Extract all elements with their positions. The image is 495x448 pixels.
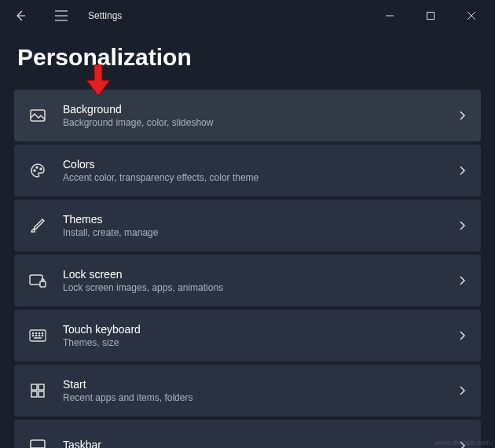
svg-rect-27 [31, 440, 45, 448]
svg-rect-23 [31, 384, 37, 390]
window-controls [372, 3, 489, 28]
maximize-button[interactable] [413, 3, 448, 28]
item-title: Taskbar [63, 439, 442, 448]
back-button[interactable] [6, 2, 35, 30]
svg-point-18 [32, 335, 33, 336]
svg-rect-25 [31, 391, 37, 397]
keyboard-icon [28, 326, 47, 345]
chevron-right-icon [457, 221, 467, 230]
svg-point-14 [32, 332, 33, 333]
item-subtitle: Install, create, manage [63, 227, 442, 238]
setting-item-colors[interactable]: Colors Accent color, transparency effect… [14, 145, 481, 196]
svg-point-19 [35, 335, 36, 336]
item-text: Touch keyboard Themes, size [63, 323, 442, 348]
menu-button[interactable] [47, 2, 75, 30]
item-title: Touch keyboard [63, 323, 442, 336]
svg-rect-26 [38, 391, 44, 397]
app-title: Settings [88, 10, 122, 21]
setting-item-background[interactable]: Background Background image, color, slid… [14, 90, 481, 141]
brush-icon [28, 216, 47, 235]
item-title: Lock screen [63, 268, 442, 281]
svg-point-16 [38, 332, 39, 333]
setting-item-lockscreen[interactable]: Lock screen Lock screen images, apps, an… [14, 255, 481, 307]
chevron-right-icon [457, 166, 467, 175]
svg-rect-24 [38, 384, 44, 390]
hamburger-icon [55, 10, 68, 21]
setting-item-taskbar[interactable]: Taskbar [14, 420, 481, 448]
maximize-icon [427, 12, 434, 20]
svg-point-17 [42, 332, 42, 333]
chevron-right-icon [457, 331, 467, 340]
svg-point-21 [42, 335, 42, 336]
item-title: Colors [63, 158, 442, 171]
item-text: Taskbar [63, 439, 442, 448]
close-button[interactable] [454, 3, 489, 28]
svg-point-15 [35, 332, 36, 333]
svg-rect-12 [40, 281, 46, 287]
item-subtitle: Background image, color, slideshow [63, 117, 442, 128]
chevron-right-icon [457, 386, 467, 395]
back-arrow-icon [14, 9, 27, 22]
item-subtitle: Accent color, transparency effects, colo… [63, 172, 442, 183]
palette-icon [28, 161, 47, 180]
chevron-right-icon [457, 276, 467, 285]
taskbar-icon [28, 436, 47, 448]
item-text: Background Background image, color, slid… [63, 103, 442, 128]
close-icon [468, 12, 475, 20]
setting-item-touchkeyboard[interactable]: Touch keyboard Themes, size [14, 310, 481, 362]
item-title: Start [63, 378, 442, 391]
lockscreen-icon [28, 271, 47, 290]
item-text: Colors Accent color, transparency effect… [63, 158, 442, 183]
item-text: Lock screen Lock screen images, apps, an… [63, 268, 442, 293]
svg-rect-4 [427, 13, 434, 20]
settings-list: Background Background image, color, slid… [0, 90, 495, 448]
svg-point-9 [36, 167, 38, 168]
item-subtitle: Recent apps and items, folders [63, 392, 442, 403]
start-icon [28, 381, 47, 400]
annotation-arrow [86, 64, 110, 99]
watermark: www.deuapk.com [434, 439, 490, 446]
item-title: Background [63, 103, 442, 116]
svg-point-10 [40, 168, 42, 170]
svg-point-20 [38, 335, 39, 336]
item-title: Themes [63, 213, 442, 226]
minimize-button[interactable] [372, 3, 407, 28]
item-text: Start Recent apps and items, folders [63, 378, 442, 403]
image-icon [28, 106, 47, 125]
item-subtitle: Themes, size [63, 337, 442, 348]
item-subtitle: Lock screen images, apps, animations [63, 282, 442, 293]
svg-point-8 [34, 170, 35, 171]
item-text: Themes Install, create, manage [63, 213, 442, 238]
chevron-right-icon [457, 111, 467, 120]
setting-item-themes[interactable]: Themes Install, create, manage [14, 200, 481, 252]
setting-item-start[interactable]: Start Recent apps and items, folders [14, 365, 481, 417]
titlebar-left: Settings [6, 2, 372, 30]
minimize-icon [386, 12, 394, 20]
titlebar: Settings [0, 0, 495, 31]
